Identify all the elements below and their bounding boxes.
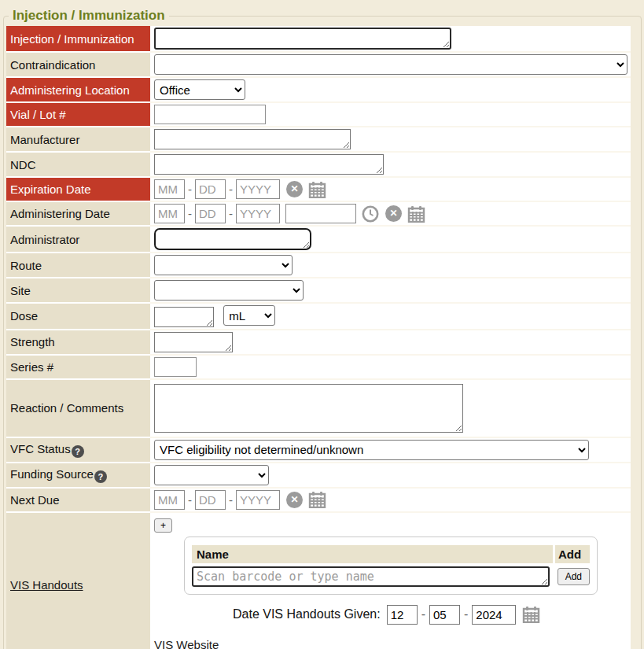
form-title: Injection / Immunization — [9, 8, 169, 24]
row-series: Series # — [6, 355, 631, 379]
clear-date-icon[interactable]: ✕ — [385, 205, 402, 222]
row-dose: Dose mL — [6, 303, 631, 330]
contraindication-select[interactable] — [154, 54, 627, 75]
vis-add-row-button[interactable]: + — [154, 518, 172, 533]
funding-source-select[interactable] — [154, 465, 269, 485]
vis-handouts-link[interactable]: VIS Handouts — [10, 578, 83, 592]
clock-icon[interactable] — [362, 205, 379, 223]
row-administering-location: Administering Location Office — [6, 77, 631, 102]
administering-day-input[interactable] — [195, 204, 226, 223]
date-separator: - — [188, 183, 192, 196]
row-administering-date: Administering Date -- ✕ — [6, 201, 631, 226]
manufacturer-label: Manufacturer — [6, 127, 150, 152]
row-vial-lot: Vial / Lot # — [6, 102, 631, 127]
strength-input[interactable] — [154, 332, 233, 352]
ndc-label: NDC — [6, 152, 150, 177]
administrator-label: Administrator — [6, 226, 150, 253]
calendar-icon[interactable] — [308, 491, 326, 508]
series-label: Series # — [6, 355, 150, 379]
administering-month-input[interactable] — [154, 204, 185, 223]
site-select[interactable] — [154, 280, 304, 301]
calendar-icon[interactable] — [308, 181, 326, 198]
series-input[interactable] — [154, 357, 197, 377]
clear-date-icon[interactable]: ✕ — [286, 181, 303, 197]
vis-date-year-input[interactable] — [472, 605, 516, 625]
vial-lot-label: Vial / Lot # — [6, 102, 150, 127]
form-table: Injection / Immunization Contraindicatio… — [6, 26, 631, 649]
administering-location-select[interactable]: Office — [154, 79, 245, 100]
next-due-label: Next Due — [6, 488, 150, 512]
row-manufacturer: Manufacturer — [6, 127, 631, 152]
dose-input[interactable] — [154, 307, 214, 327]
dose-unit-select[interactable]: mL — [223, 305, 275, 326]
vis-date-given-label: Date VIS Handouts Given: — [233, 607, 381, 621]
vis-handouts-box: Name Add Add — [184, 537, 598, 595]
manufacturer-input[interactable] — [154, 129, 351, 149]
vis-scan-input[interactable] — [192, 566, 550, 587]
administering-year-input[interactable] — [236, 204, 280, 223]
row-funding-source: Funding Source? — [6, 463, 631, 488]
row-contraindication: Contraindication — [6, 52, 631, 77]
vis-add-button[interactable]: Add — [558, 568, 590, 585]
injection-immunization-form: Injection / Immunization Injection / Imm… — [3, 8, 642, 649]
vis-date-month-input[interactable] — [387, 605, 418, 625]
vial-lot-input[interactable] — [154, 105, 266, 124]
vis-date-given-line: Date VIS Handouts Given: -- — [233, 605, 627, 625]
administering-date-label: Administering Date — [6, 201, 150, 226]
expiration-date-label: Expiration Date — [6, 177, 150, 201]
calendar-icon[interactable] — [522, 606, 540, 623]
expiration-year-input[interactable] — [236, 179, 280, 199]
row-strength: Strength — [6, 330, 631, 355]
dose-label: Dose — [6, 303, 150, 330]
vis-website-link[interactable]: VIS Website — [154, 638, 219, 649]
vis-handouts-label-cell: VIS Handouts — [6, 512, 150, 649]
row-injection: Injection / Immunization — [6, 26, 631, 52]
reaction-input[interactable] — [154, 384, 463, 433]
administrator-input[interactable] — [154, 228, 311, 250]
administering-time-input[interactable] — [285, 204, 356, 223]
vis-date-day-input[interactable] — [429, 605, 460, 625]
row-reaction: Reaction / Comments — [6, 379, 631, 437]
row-vis-handouts: VIS Handouts + Name Add Add Date VIS Han… — [6, 512, 631, 649]
vfc-status-label: VFC Status? — [6, 437, 150, 463]
route-select[interactable] — [154, 255, 293, 275]
row-vfc-status: VFC Status? VFC eligibility not determin… — [6, 437, 631, 463]
vis-name-header: Name — [192, 545, 553, 563]
next-due-month-input[interactable] — [154, 490, 185, 510]
row-next-due: Next Due -- ✕ — [6, 488, 631, 512]
vfc-status-select[interactable]: VFC eligibility not determined/unknown — [154, 440, 589, 460]
row-expiration-date: Expiration Date -- ✕ — [6, 177, 631, 201]
contraindication-label: Contraindication — [6, 52, 150, 77]
reaction-label: Reaction / Comments — [6, 379, 150, 437]
row-site: Site — [6, 278, 631, 303]
funding-source-label: Funding Source? — [6, 463, 150, 488]
row-ndc: NDC — [6, 152, 631, 177]
vis-table-header: Name Add — [192, 545, 590, 563]
vis-input-row: Add — [192, 566, 590, 587]
next-due-year-input[interactable] — [236, 490, 280, 510]
clear-date-icon[interactable]: ✕ — [286, 492, 303, 508]
administering-location-label: Administering Location — [6, 77, 150, 102]
route-label: Route — [6, 253, 150, 278]
injection-input[interactable] — [154, 28, 451, 50]
help-icon[interactable]: ? — [94, 470, 107, 483]
injection-label: Injection / Immunization — [6, 26, 150, 52]
next-due-day-input[interactable] — [195, 490, 226, 510]
vis-add-header: Add — [555, 545, 590, 563]
row-route: Route — [6, 253, 631, 278]
site-label: Site — [6, 278, 150, 303]
calendar-icon[interactable] — [407, 205, 425, 223]
ndc-input[interactable] — [154, 154, 384, 175]
expiration-month-input[interactable] — [154, 179, 185, 199]
expiration-day-input[interactable] — [195, 179, 226, 199]
help-icon[interactable]: ? — [72, 445, 84, 458]
row-administrator: Administrator — [6, 226, 631, 253]
strength-label: Strength — [6, 330, 150, 355]
